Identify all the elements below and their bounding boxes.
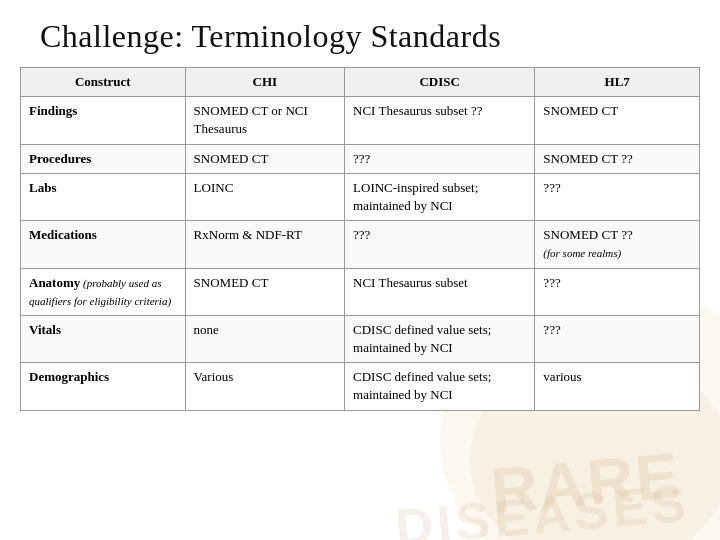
- table-row: LabsLOINCLOINC-inspired subset; maintain…: [21, 173, 700, 220]
- cell-cdisc: CDISC defined value sets; maintained by …: [345, 315, 535, 362]
- cell-chi: Various: [185, 363, 344, 410]
- watermark-line2: DISEASES: [393, 472, 692, 540]
- cell-chi: RxNorm & NDF-RT: [185, 221, 344, 268]
- table-row: VitalsnoneCDISC defined value sets; main…: [21, 315, 700, 362]
- table-row: Anatomy (probably used as qualifiers for…: [21, 268, 700, 315]
- cell-hl7: ???: [535, 315, 700, 362]
- cell-construct: Demographics: [21, 363, 186, 410]
- cell-cdisc: LOINC-inspired subset; maintained by NCI: [345, 173, 535, 220]
- table-row: MedicationsRxNorm & NDF-RT???SNOMED CT ?…: [21, 221, 700, 268]
- cell-chi: none: [185, 315, 344, 362]
- cell-chi: SNOMED CT: [185, 268, 344, 315]
- watermark-line1: RARE: [488, 438, 683, 528]
- cell-hl7: ???: [535, 173, 700, 220]
- col-header-hl7: HL7: [535, 68, 700, 97]
- cell-hl7: ???: [535, 268, 700, 315]
- cell-chi: SNOMED CT: [185, 144, 344, 173]
- terminology-table: Construct CHI CDISC HL7 FindingsSNOMED C…: [20, 67, 700, 411]
- cell-cdisc: ???: [345, 221, 535, 268]
- page-title: Challenge: Terminology Standards: [0, 0, 720, 67]
- cell-construct: Labs: [21, 173, 186, 220]
- cell-construct: Medications: [21, 221, 186, 268]
- cell-hl7: various: [535, 363, 700, 410]
- cell-cdisc: NCI Thesaurus subset ??: [345, 97, 535, 144]
- cell-hl7: SNOMED CT ??: [535, 144, 700, 173]
- table-row: ProceduresSNOMED CT???SNOMED CT ??: [21, 144, 700, 173]
- cell-cdisc: CDISC defined value sets; maintained by …: [345, 363, 535, 410]
- cell-cdisc: ???: [345, 144, 535, 173]
- cell-construct: Anatomy (probably used as qualifiers for…: [21, 268, 186, 315]
- cell-cdisc: NCI Thesaurus subset: [345, 268, 535, 315]
- table-row: FindingsSNOMED CT or NCI ThesaurusNCI Th…: [21, 97, 700, 144]
- terminology-table-container: Construct CHI CDISC HL7 FindingsSNOMED C…: [0, 67, 720, 421]
- cell-hl7: SNOMED CT ??(for some realms): [535, 221, 700, 268]
- cell-construct: Findings: [21, 97, 186, 144]
- cell-construct: Vitals: [21, 315, 186, 362]
- table-row: DemographicsVariousCDISC defined value s…: [21, 363, 700, 410]
- table-header-row: Construct CHI CDISC HL7: [21, 68, 700, 97]
- cell-hl7: SNOMED CT: [535, 97, 700, 144]
- col-header-construct: Construct: [21, 68, 186, 97]
- col-header-cdisc: CDISC: [345, 68, 535, 97]
- cell-construct: Procedures: [21, 144, 186, 173]
- cell-chi: LOINC: [185, 173, 344, 220]
- cell-chi: SNOMED CT or NCI Thesaurus: [185, 97, 344, 144]
- col-header-chi: CHI: [185, 68, 344, 97]
